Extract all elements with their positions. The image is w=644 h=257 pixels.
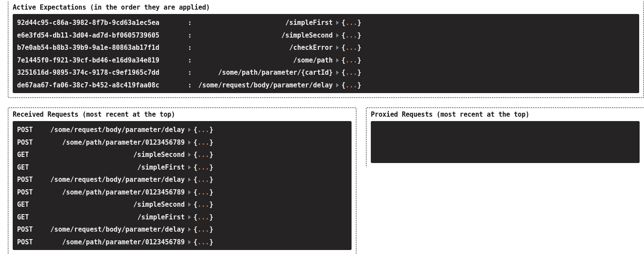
brace-open: { [194,236,197,249]
brace-open: { [194,211,197,224]
ellipsis[interactable]: ... [345,29,357,42]
ellipsis[interactable]: ... [345,54,357,67]
brace-close: } [209,174,213,186]
ellipsis[interactable]: ... [197,198,209,211]
expectation-id: 7e1445f0-f921-39cf-bd46-e16d9a34e819 [17,54,188,67]
brace-open: { [194,124,197,136]
ellipsis[interactable]: ... [197,149,209,161]
request-row[interactable]: GET/simpleSecond{...} [17,198,347,211]
ellipsis[interactable]: ... [197,186,209,199]
expectation-row[interactable]: b7e0ab54-b8b3-39b9-9a1e-80863ab17f1d:/ch… [17,42,635,54]
brace-close: } [357,17,361,29]
expectation-id: b7e0ab54-b8b3-39b9-9a1e-80863ab17f1d [17,42,188,54]
active-expectations-title: Active Expectations (in the order they a… [13,3,639,11]
brace-open: { [341,66,345,79]
request-row[interactable]: GET/simpleFirst{...} [17,161,347,174]
ellipsis[interactable]: ... [345,79,357,92]
request-path: /some/path/parameter/0123456789 [38,186,185,199]
brace-open: { [341,54,345,67]
expectation-path: /some/path [192,54,333,67]
brace-close: } [357,42,361,54]
request-row[interactable]: POST/some/path/parameter/0123456789{...} [17,236,347,249]
request-row[interactable]: POST/some/request/body/parameter/delay{.… [17,174,347,186]
brace-close: } [209,136,213,149]
expectation-row[interactable]: e6e3fd54-db11-3d04-ad7d-bf0605739605:/si… [17,29,635,42]
expand-icon[interactable] [336,21,339,25]
brace-open: { [341,29,345,42]
brace-open: { [194,136,197,149]
request-row[interactable]: POST/some/request/body/parameter/delay{.… [17,124,347,136]
active-expectations-panel: Active Expectations (in the order they a… [8,1,644,98]
expectation-row[interactable]: de67aa67-fa06-38c7-b452-a8c419faa08c:/so… [17,79,635,92]
expand-icon[interactable] [188,190,191,194]
colon: : [188,29,192,42]
expectation-row[interactable]: 3251616d-9895-374c-9178-c9ef1965c7dd:/so… [17,66,635,79]
expand-icon[interactable] [188,140,191,145]
request-path: /some/request/body/parameter/delay [38,174,185,186]
ellipsis[interactable]: ... [197,174,209,186]
brace-close: } [357,29,361,42]
expand-icon[interactable] [188,177,191,182]
expand-icon[interactable] [188,240,191,244]
request-method: POST [17,136,38,149]
brace-close: } [209,198,213,211]
request-method: POST [17,124,38,136]
ellipsis[interactable]: ... [345,66,357,79]
expand-icon[interactable] [188,153,191,157]
brace-close: } [357,66,361,79]
brace-close: } [209,236,213,249]
request-method: POST [17,174,38,186]
brace-open: { [341,79,345,92]
received-requests-panel: Received Requests (most recent at the to… [8,108,356,254]
expand-icon[interactable] [188,128,191,132]
ellipsis[interactable]: ... [197,236,209,249]
brace-open: { [194,174,197,186]
expectation-row[interactable]: 92d44c95-c86a-3982-8f7b-9cd63a1ec5ea:/si… [17,17,635,29]
colon: : [188,42,192,54]
colon: : [188,54,192,67]
brace-close: } [209,161,213,174]
expand-icon[interactable] [336,58,339,63]
request-row[interactable]: GET/simpleSecond{...} [17,149,347,161]
ellipsis[interactable]: ... [345,17,357,29]
expectation-id: 3251616d-9895-374c-9178-c9ef1965c7dd [17,66,188,79]
ellipsis[interactable]: ... [197,161,209,174]
active-expectations-list: 92d44c95-c86a-3982-8f7b-9cd63a1ec5ea:/si… [13,14,639,93]
request-method: GET [17,161,38,174]
expectation-id: de67aa67-fa06-38c7-b452-a8c419faa08c [17,79,188,92]
request-path: /some/path/parameter/0123456789 [38,236,185,249]
brace-close: } [357,79,361,92]
request-method: GET [17,198,38,211]
request-path: /some/path/parameter/0123456789 [38,136,185,149]
expand-icon[interactable] [188,227,191,232]
ellipsis[interactable]: ... [197,223,209,236]
expectation-path: /some/request/body/parameter/delay [192,79,333,92]
request-row[interactable]: GET/simpleFirst{...} [17,211,347,224]
request-row[interactable]: POST/some/request/body/parameter/delay{.… [17,223,347,236]
expand-icon[interactable] [336,45,339,50]
expand-icon[interactable] [188,202,191,207]
expand-icon[interactable] [188,165,191,170]
brace-open: { [341,17,345,29]
expand-icon[interactable] [336,33,339,38]
ellipsis[interactable]: ... [197,124,209,136]
ellipsis[interactable]: ... [197,136,209,149]
expand-icon[interactable] [188,215,191,219]
brace-open: { [194,186,197,199]
ellipsis[interactable]: ... [197,211,209,224]
proxied-requests-panel: Proxied Requests (most recent at the top… [366,108,644,167]
request-row[interactable]: POST/some/path/parameter/0123456789{...} [17,136,347,149]
ellipsis[interactable]: ... [345,42,357,54]
brace-close: } [209,186,213,199]
expand-icon[interactable] [336,83,339,87]
brace-open: { [194,223,197,236]
brace-close: } [209,149,213,161]
request-row[interactable]: POST/some/path/parameter/0123456789{...} [17,186,347,199]
brace-close: } [209,211,213,224]
expectation-row[interactable]: 7e1445f0-f921-39cf-bd46-e16d9a34e819:/so… [17,54,635,67]
expectation-path: /some/path/parameter/{cartId} [192,66,333,79]
expand-icon[interactable] [336,70,339,75]
brace-open: { [194,149,197,161]
colon: : [188,66,192,79]
brace-close: } [209,124,213,136]
